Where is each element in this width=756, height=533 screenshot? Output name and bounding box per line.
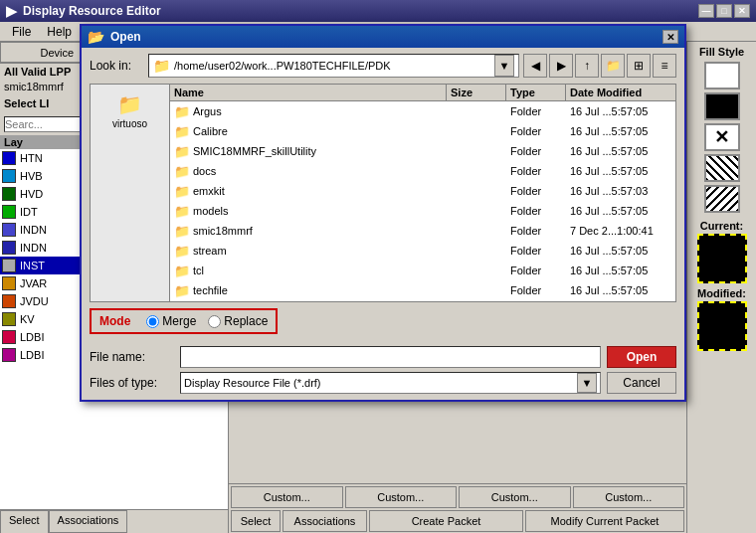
file-size bbox=[447, 130, 506, 132]
nav-forward-button[interactable]: ▶ bbox=[549, 54, 573, 78]
folder-icon: 📁 bbox=[174, 283, 190, 298]
file-row-calibre[interactable]: 📁Calibre Folder 16 Jul ...5:57:05 bbox=[170, 121, 675, 141]
file-name: techfile bbox=[193, 284, 228, 296]
nav-buttons: ◀ ▶ ↑ 📁 ⊞ ≡ bbox=[523, 54, 676, 78]
col-name[interactable]: Name bbox=[170, 85, 447, 100]
file-date: 16 Jul ...5:57:05 bbox=[566, 204, 675, 218]
file-row-display-drf[interactable]: 📄display.drf 59 KB drf File 16 Jul ...5:… bbox=[170, 300, 675, 301]
nav-view-icons-button[interactable]: ⊞ bbox=[627, 54, 651, 78]
look-in-label: Look in: bbox=[90, 59, 144, 73]
file-row-smic-skill[interactable]: 📁SMIC18MMRF_skillUtility Folder 16 Jul .… bbox=[170, 141, 675, 161]
file-row-stream[interactable]: 📁stream Folder 16 Jul ...5:57:05 bbox=[170, 241, 675, 261]
filetype-label: Files of type: bbox=[90, 376, 174, 390]
dialog-overlay: 📂 Open ✕ Look in: 📁 /home/user02/work...… bbox=[0, 0, 756, 533]
file-date: 16 Jul ...5:57:05 bbox=[566, 283, 675, 297]
folder-icon: 📁 bbox=[174, 264, 190, 278]
filetype-value: Display Resource File (*.drf) bbox=[184, 377, 321, 389]
file-type: Folder bbox=[506, 283, 566, 297]
dialog-close-button[interactable]: ✕ bbox=[662, 30, 678, 44]
filetype-combo[interactable]: Display Resource File (*.drf) ▼ bbox=[180, 372, 601, 394]
file-row-smic18mmrf[interactable]: 📁smic18mmrf Folder 7 Dec 2...1:00:41 bbox=[170, 221, 675, 241]
nav-new-folder-button[interactable]: 📁 bbox=[601, 54, 625, 78]
look-in-row: Look in: 📁 /home/user02/work...PW180TECH… bbox=[90, 54, 676, 78]
file-type: Folder bbox=[506, 184, 566, 198]
mode-label: Mode bbox=[99, 314, 130, 328]
file-list-header: Name Size Type Date Modified bbox=[170, 85, 675, 101]
place-virtuoso[interactable]: 📁 virtuoso bbox=[94, 89, 165, 133]
file-type: Folder bbox=[506, 264, 566, 277]
file-name: models bbox=[193, 205, 228, 217]
radio-replace-input[interactable] bbox=[208, 315, 221, 328]
file-name: SMIC18MMRF_skillUtility bbox=[193, 145, 316, 157]
file-list: Name Size Type Date Modified 📁Argus Fold… bbox=[170, 85, 675, 301]
filename-label: File name: bbox=[90, 350, 174, 364]
file-size bbox=[447, 230, 506, 232]
file-type: Folder bbox=[506, 204, 566, 218]
radio-replace[interactable]: Replace bbox=[208, 314, 268, 328]
main-window: ▶ Display Resource Editor — □ ✕ File Hel… bbox=[0, 0, 756, 533]
file-row-models[interactable]: 📁models Folder 16 Jul ...5:57:05 bbox=[170, 201, 675, 221]
look-in-arrow[interactable]: ▼ bbox=[494, 55, 514, 77]
folder-icon: 📁 bbox=[174, 204, 190, 219]
file-size bbox=[447, 289, 506, 291]
radio-merge[interactable]: Merge bbox=[146, 314, 196, 328]
nav-back-button[interactable]: ◀ bbox=[523, 54, 547, 78]
file-date: 16 Jul ...5:57:05 bbox=[566, 104, 675, 118]
file-type: Folder bbox=[506, 224, 566, 238]
file-type: Folder bbox=[506, 164, 566, 178]
file-row-emxkit[interactable]: 📁emxkit Folder 16 Jul ...5:57:03 bbox=[170, 181, 675, 201]
file-row-docs[interactable]: 📁docs Folder 16 Jul ...5:57:05 bbox=[170, 161, 675, 181]
col-type: Type bbox=[506, 85, 566, 100]
file-type: Folder bbox=[506, 124, 566, 138]
file-type: Folder bbox=[506, 104, 566, 118]
file-type: Folder bbox=[506, 244, 566, 258]
open-button[interactable]: Open bbox=[607, 346, 676, 368]
file-date: 16 Jul ...5:57:05 bbox=[566, 144, 675, 158]
nav-view-list-button[interactable]: ≡ bbox=[653, 54, 676, 78]
folder-icon: 📁 bbox=[174, 184, 190, 199]
file-row-argus[interactable]: 📁Argus Folder 16 Jul ...5:57:05 bbox=[170, 101, 675, 121]
folder-icon: 📁 bbox=[174, 124, 190, 139]
dialog-body: Look in: 📁 /home/user02/work...PW180TECH… bbox=[82, 48, 684, 400]
filename-row: File name: Open bbox=[90, 346, 676, 368]
look-in-path: /home/user02/work...PW180TECHFILE/PDK bbox=[174, 60, 391, 72]
file-date: 16 Jul ...5:57:03 bbox=[566, 184, 675, 198]
filename-input[interactable] bbox=[180, 346, 601, 368]
mode-container: Mode Merge Replace bbox=[90, 308, 676, 340]
file-name: smic18mmrf bbox=[193, 225, 253, 237]
file-date: 16 Jul ...5:57:05 bbox=[566, 164, 675, 178]
file-size bbox=[447, 269, 506, 271]
look-in-combo[interactable]: 📁 /home/user02/work...PW180TECHFILE/PDK … bbox=[148, 54, 519, 78]
file-date: 16 Jul ...5:57:05 bbox=[566, 244, 675, 258]
filetype-arrow[interactable]: ▼ bbox=[577, 373, 597, 393]
radio-replace-label: Replace bbox=[224, 314, 268, 328]
file-type: Folder bbox=[506, 144, 566, 158]
col-date: Date Modified bbox=[566, 85, 675, 100]
file-size bbox=[447, 250, 506, 252]
radio-merge-input[interactable] bbox=[146, 315, 159, 328]
folder-icon: 📁 bbox=[174, 244, 190, 259]
file-size bbox=[447, 210, 506, 212]
place-label-virtuoso: virtuoso bbox=[112, 118, 147, 129]
radio-merge-label: Merge bbox=[162, 314, 196, 328]
file-name: Calibre bbox=[193, 125, 228, 137]
file-name: docs bbox=[193, 165, 216, 177]
mode-section: Mode Merge Replace bbox=[90, 308, 278, 334]
col-size: Size bbox=[447, 85, 506, 100]
file-name: emxkit bbox=[193, 185, 225, 197]
file-row-tcl[interactable]: 📁tcl Folder 16 Jul ...5:57:05 bbox=[170, 261, 675, 280]
file-size bbox=[447, 150, 506, 152]
folder-icon: 📁 bbox=[174, 144, 190, 159]
file-row-techfile[interactable]: 📁techfile Folder 16 Jul ...5:57:05 bbox=[170, 280, 675, 300]
file-name: Argus bbox=[193, 105, 222, 117]
folder-icon: 📁 bbox=[174, 104, 190, 119]
file-name: tcl bbox=[193, 265, 204, 276]
file-date: 16 Jul ...5:57:05 bbox=[566, 264, 675, 277]
open-dialog: 📂 Open ✕ Look in: 📁 /home/user02/work...… bbox=[80, 24, 686, 402]
cancel-button[interactable]: Cancel bbox=[607, 372, 676, 394]
file-date: 16 Jul ...5:57:05 bbox=[566, 124, 675, 138]
place-icon-virtuoso: 📁 bbox=[117, 92, 142, 116]
places-panel: 📁 virtuoso bbox=[91, 85, 170, 301]
nav-up-button[interactable]: ↑ bbox=[575, 54, 599, 78]
file-area: 📁 virtuoso Name Size Type Date Modified bbox=[90, 84, 676, 302]
